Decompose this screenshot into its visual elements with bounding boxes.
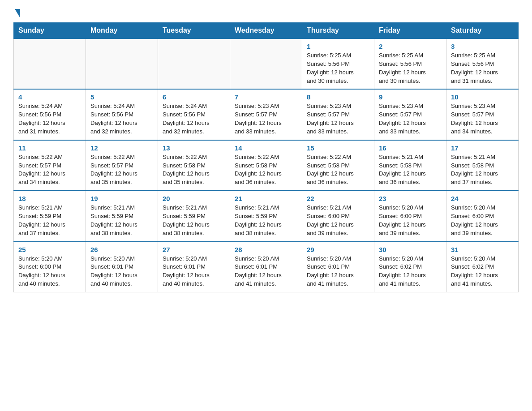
- calendar-cell: 7Sunrise: 5:23 AM Sunset: 5:57 PM Daylig…: [230, 89, 302, 140]
- col-header-sunday: Sunday: [14, 23, 86, 39]
- day-info: Sunrise: 5:22 AM Sunset: 5:58 PM Dayligh…: [163, 153, 225, 187]
- logo-triangle-icon: [15, 9, 20, 18]
- calendar-cell: [86, 39, 158, 89]
- day-number: 7: [235, 93, 297, 101]
- calendar-cell: 27Sunrise: 5:20 AM Sunset: 6:01 PM Dayli…: [158, 242, 230, 292]
- calendar-cell: 9Sunrise: 5:23 AM Sunset: 5:57 PM Daylig…: [374, 89, 446, 140]
- day-info: Sunrise: 5:24 AM Sunset: 5:56 PM Dayligh…: [163, 102, 225, 136]
- calendar-cell: 25Sunrise: 5:20 AM Sunset: 6:00 PM Dayli…: [14, 242, 86, 292]
- day-info: Sunrise: 5:20 AM Sunset: 6:01 PM Dayligh…: [163, 255, 225, 288]
- day-info: Sunrise: 5:21 AM Sunset: 5:59 PM Dayligh…: [18, 204, 81, 237]
- calendar-cell: 1Sunrise: 5:25 AM Sunset: 5:56 PM Daylig…: [302, 39, 374, 89]
- day-number: 3: [451, 43, 514, 50]
- day-number: 14: [235, 144, 297, 152]
- day-number: 16: [379, 144, 442, 152]
- day-number: 30: [379, 246, 442, 253]
- week-row-5: 25Sunrise: 5:20 AM Sunset: 6:00 PM Dayli…: [14, 242, 519, 292]
- day-info: Sunrise: 5:24 AM Sunset: 5:56 PM Dayligh…: [18, 102, 81, 136]
- day-number: 13: [163, 144, 225, 152]
- day-number: 11: [18, 144, 81, 152]
- calendar-cell: 20Sunrise: 5:21 AM Sunset: 5:59 PM Dayli…: [158, 191, 230, 241]
- day-info: Sunrise: 5:21 AM Sunset: 5:59 PM Dayligh…: [163, 204, 225, 237]
- calendar-cell: 26Sunrise: 5:20 AM Sunset: 6:01 PM Dayli…: [86, 242, 158, 292]
- day-number: 17: [451, 144, 514, 152]
- day-info: Sunrise: 5:20 AM Sunset: 6:01 PM Dayligh…: [235, 255, 297, 288]
- page-header: [13, 9, 519, 14]
- day-number: 12: [90, 144, 153, 152]
- week-row-3: 11Sunrise: 5:22 AM Sunset: 5:57 PM Dayli…: [14, 140, 519, 191]
- day-info: Sunrise: 5:22 AM Sunset: 5:57 PM Dayligh…: [18, 153, 81, 187]
- day-number: 23: [379, 195, 442, 202]
- calendar-cell: 5Sunrise: 5:24 AM Sunset: 5:56 PM Daylig…: [86, 89, 158, 140]
- day-number: 24: [451, 195, 514, 202]
- calendar-cell: 2Sunrise: 5:25 AM Sunset: 5:56 PM Daylig…: [374, 39, 446, 89]
- day-number: 18: [18, 195, 81, 202]
- day-info: Sunrise: 5:20 AM Sunset: 6:00 PM Dayligh…: [451, 204, 514, 237]
- calendar-cell: 8Sunrise: 5:23 AM Sunset: 5:57 PM Daylig…: [302, 89, 374, 140]
- calendar-cell: 24Sunrise: 5:20 AM Sunset: 6:00 PM Dayli…: [446, 191, 519, 241]
- day-info: Sunrise: 5:23 AM Sunset: 5:57 PM Dayligh…: [379, 102, 442, 136]
- week-row-4: 18Sunrise: 5:21 AM Sunset: 5:59 PM Dayli…: [14, 191, 519, 241]
- day-number: 26: [90, 246, 153, 253]
- day-info: Sunrise: 5:21 AM Sunset: 5:58 PM Dayligh…: [451, 153, 514, 187]
- week-row-1: 1Sunrise: 5:25 AM Sunset: 5:56 PM Daylig…: [14, 39, 519, 89]
- calendar-cell: 4Sunrise: 5:24 AM Sunset: 5:56 PM Daylig…: [14, 89, 86, 140]
- col-header-wednesday: Wednesday: [230, 23, 302, 39]
- calendar-cell: 23Sunrise: 5:20 AM Sunset: 6:00 PM Dayli…: [374, 191, 446, 241]
- calendar-cell: 30Sunrise: 5:20 AM Sunset: 6:02 PM Dayli…: [374, 242, 446, 292]
- day-info: Sunrise: 5:22 AM Sunset: 5:58 PM Dayligh…: [307, 153, 369, 187]
- day-info: Sunrise: 5:20 AM Sunset: 6:02 PM Dayligh…: [451, 255, 514, 288]
- day-number: 15: [307, 144, 369, 152]
- calendar-cell: 13Sunrise: 5:22 AM Sunset: 5:58 PM Dayli…: [158, 140, 230, 191]
- week-row-2: 4Sunrise: 5:24 AM Sunset: 5:56 PM Daylig…: [14, 89, 519, 140]
- calendar-cell: 10Sunrise: 5:23 AM Sunset: 5:57 PM Dayli…: [446, 89, 519, 140]
- calendar-cell: 21Sunrise: 5:21 AM Sunset: 5:59 PM Dayli…: [230, 191, 302, 241]
- col-header-saturday: Saturday: [446, 23, 519, 39]
- day-number: 5: [90, 93, 153, 101]
- day-info: Sunrise: 5:22 AM Sunset: 5:58 PM Dayligh…: [235, 153, 297, 187]
- day-info: Sunrise: 5:22 AM Sunset: 5:57 PM Dayligh…: [90, 153, 153, 187]
- day-number: 4: [18, 93, 81, 101]
- calendar-cell: 29Sunrise: 5:20 AM Sunset: 6:01 PM Dayli…: [302, 242, 374, 292]
- calendar-cell: [230, 39, 302, 89]
- calendar-cell: [158, 39, 230, 89]
- day-info: Sunrise: 5:20 AM Sunset: 6:01 PM Dayligh…: [90, 255, 153, 288]
- day-number: 22: [307, 195, 369, 202]
- day-info: Sunrise: 5:21 AM Sunset: 5:59 PM Dayligh…: [235, 204, 297, 237]
- day-info: Sunrise: 5:20 AM Sunset: 6:00 PM Dayligh…: [379, 204, 442, 237]
- day-number: 27: [163, 246, 225, 253]
- calendar-cell: 22Sunrise: 5:21 AM Sunset: 6:00 PM Dayli…: [302, 191, 374, 241]
- col-header-tuesday: Tuesday: [158, 23, 230, 39]
- calendar-cell: [14, 39, 86, 89]
- day-number: 28: [235, 246, 297, 253]
- day-info: Sunrise: 5:21 AM Sunset: 6:00 PM Dayligh…: [307, 204, 369, 237]
- calendar-cell: 19Sunrise: 5:21 AM Sunset: 5:59 PM Dayli…: [86, 191, 158, 241]
- day-info: Sunrise: 5:24 AM Sunset: 5:56 PM Dayligh…: [90, 102, 153, 136]
- day-number: 6: [163, 93, 225, 101]
- calendar-cell: 15Sunrise: 5:22 AM Sunset: 5:58 PM Dayli…: [302, 140, 374, 191]
- calendar-cell: 12Sunrise: 5:22 AM Sunset: 5:57 PM Dayli…: [86, 140, 158, 191]
- calendar-cell: 3Sunrise: 5:25 AM Sunset: 5:56 PM Daylig…: [446, 39, 519, 89]
- calendar-cell: 28Sunrise: 5:20 AM Sunset: 6:01 PM Dayli…: [230, 242, 302, 292]
- calendar-cell: 16Sunrise: 5:21 AM Sunset: 5:58 PM Dayli…: [374, 140, 446, 191]
- day-number: 31: [451, 246, 514, 253]
- calendar-cell: 11Sunrise: 5:22 AM Sunset: 5:57 PM Dayli…: [14, 140, 86, 191]
- day-info: Sunrise: 5:21 AM Sunset: 5:59 PM Dayligh…: [90, 204, 153, 237]
- day-info: Sunrise: 5:20 AM Sunset: 6:02 PM Dayligh…: [379, 255, 442, 288]
- day-info: Sunrise: 5:20 AM Sunset: 6:00 PM Dayligh…: [18, 255, 81, 288]
- logo: [13, 9, 20, 14]
- day-info: Sunrise: 5:20 AM Sunset: 6:01 PM Dayligh…: [307, 255, 369, 288]
- day-number: 8: [307, 93, 369, 101]
- col-header-friday: Friday: [374, 23, 446, 39]
- day-info: Sunrise: 5:25 AM Sunset: 5:56 PM Dayligh…: [307, 51, 369, 85]
- calendar-cell: 14Sunrise: 5:22 AM Sunset: 5:58 PM Dayli…: [230, 140, 302, 191]
- day-number: 9: [379, 93, 442, 101]
- calendar-table: SundayMondayTuesdayWednesdayThursdayFrid…: [13, 22, 519, 292]
- col-header-thursday: Thursday: [302, 23, 374, 39]
- day-number: 25: [18, 246, 81, 253]
- day-number: 29: [307, 246, 369, 253]
- day-info: Sunrise: 5:21 AM Sunset: 5:58 PM Dayligh…: [379, 153, 442, 187]
- day-number: 10: [451, 93, 514, 101]
- day-info: Sunrise: 5:25 AM Sunset: 5:56 PM Dayligh…: [451, 51, 514, 85]
- day-info: Sunrise: 5:23 AM Sunset: 5:57 PM Dayligh…: [307, 102, 369, 136]
